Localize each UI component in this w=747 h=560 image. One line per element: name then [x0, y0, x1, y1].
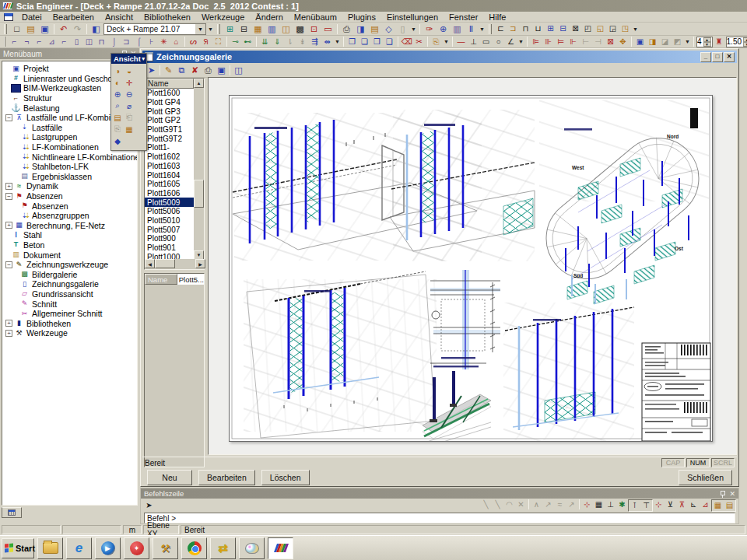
project-settings-button[interactable]: ⊞	[223, 23, 237, 35]
view-x-button[interactable]: ◑	[112, 65, 123, 76]
beam-tool-5[interactable]: ⊢	[580, 36, 591, 47]
tree-item-absenzen-group[interactable]: −Absenzen	[2, 191, 137, 201]
menu-bearbeiten[interactable]: Bearbeiten	[47, 12, 100, 22]
toolbar-grip[interactable]	[4, 24, 7, 34]
pin-icon[interactable]	[719, 490, 726, 498]
tree-item-stahlbeton-lfk[interactable]: Stahlbeton-LFK	[2, 162, 137, 172]
expand-box-icon[interactable]: +	[5, 183, 12, 190]
project-combobox[interactable]: Deck + Rampe 21.07 ▼	[103, 23, 206, 35]
view-y-button[interactable]: ◒	[124, 65, 135, 76]
dropdown-arrow-icon[interactable]: ▼	[632, 23, 639, 35]
open-file-button[interactable]: ▤	[24, 23, 37, 35]
tree-item-absenzen[interactable]: Absenzen	[2, 201, 137, 211]
tree-label[interactable]: Lastfälle	[32, 123, 62, 132]
snap-cancel-icon[interactable]: ✕	[515, 499, 527, 510]
menu-datei[interactable]: Datei	[16, 12, 47, 22]
scrollbar-thumb[interactable]	[155, 259, 175, 268]
taskbar-chrome-button[interactable]	[181, 537, 207, 559]
tree-label[interactable]: Nichtlineare LF-Kombinationen	[32, 152, 138, 162]
toolbar-grip[interactable]	[4, 37, 5, 47]
plot-list-item[interactable]: Plott1605	[145, 180, 194, 189]
export-plot-button[interactable]: ▣	[215, 65, 228, 76]
taskbar-paint-button[interactable]	[239, 537, 265, 559]
tree-label[interactable]: LF-Kombinationen	[32, 142, 99, 152]
snap-mid-icon[interactable]: ⊼	[676, 499, 688, 510]
collapse-box-icon[interactable]: −	[5, 193, 12, 200]
bearbeiten-button[interactable]: Bearbeiten	[198, 470, 255, 485]
plot-list-item[interactable]: Plott1604	[145, 170, 194, 180]
snap-panel-icon[interactable]: ▤	[724, 500, 735, 511]
undo-button[interactable]: ↶	[57, 23, 70, 35]
level-tool[interactable]: ♜	[714, 36, 725, 47]
view-z-button[interactable]: ◐	[112, 77, 123, 88]
view-window-3[interactable]: ❒	[371, 36, 383, 47]
tree-item-zeichnungsgalerie[interactable]: Zeichnungsgalerie	[2, 279, 137, 289]
window-e-button[interactable]: ◲	[607, 23, 619, 35]
tree-item-grundrissansicht[interactable]: Grundrissansicht	[2, 289, 137, 299]
tree-item-beton[interactable]: Beton	[2, 240, 137, 250]
menu-ansicht[interactable]: Ansicht	[100, 12, 139, 22]
tree-label[interactable]: Absenzen	[32, 201, 68, 211]
tree-label[interactable]: Bildergalerie	[32, 270, 77, 279]
taskbar-ie-button[interactable]: e	[66, 537, 92, 559]
zoom-in-button[interactable]: ⊕	[112, 89, 123, 100]
drawing-preview-area[interactable]: Nord West Ost Süd	[208, 77, 737, 455]
tree-item-werkzeuge[interactable]: +Werkzeuge	[2, 328, 137, 338]
taskbar-mediaplayer-button[interactable]: ▶	[95, 537, 121, 559]
plot-list-item[interactable]: Plott900	[145, 234, 194, 243]
window-c-button[interactable]: ◰	[582, 23, 594, 35]
menu-einstellungen[interactable]: Einstellungen	[381, 12, 444, 22]
plot-list-item[interactable]: Plott1600	[145, 89, 194, 98]
drawing-page[interactable]: Nord West Ost Süd	[229, 95, 713, 442]
snap-intersect-icon[interactable]: ⊻	[665, 499, 676, 510]
tree-label[interactable]: Struktur	[23, 93, 52, 103]
taskbar-explorer-button[interactable]	[37, 537, 63, 559]
menu-menuebaum[interactable]: Menübaum	[289, 12, 342, 22]
tree-label[interactable]: Zeichnungswerkzeuge	[26, 260, 108, 269]
member-tool-10[interactable]: ⊐	[121, 36, 132, 47]
table-results-button[interactable]: ▥	[451, 23, 464, 35]
window-layout-button[interactable]: ◧	[89, 23, 103, 35]
member-tool-5[interactable]: ⌐	[58, 36, 70, 47]
load-tool-5[interactable]: ⇶	[309, 36, 321, 47]
snap-arc-icon[interactable]: ◠	[503, 499, 515, 510]
plot-list-vertical-scrollbar[interactable]: ▲ ▼	[194, 79, 204, 260]
beam-tool-4[interactable]: ⊩	[567, 36, 579, 47]
axes-button[interactable]: ✛	[124, 77, 135, 88]
snap-line2-icon[interactable]: ╲	[492, 499, 503, 510]
dropdown-arrow-icon[interactable]: ▼	[684, 36, 691, 47]
tree-label[interactable]: BIM-Werkzeugkasten	[23, 83, 101, 93]
tree-label[interactable]: Absenzgruppen	[32, 211, 89, 220]
menu-fenster[interactable]: Fenster	[444, 12, 483, 22]
member-tool-14[interactable]: ⌂	[170, 36, 182, 47]
tree-label[interactable]: Absenzen	[26, 191, 63, 201]
curve-tool[interactable]: ᖆ	[200, 36, 212, 47]
clip-tool-1[interactable]: ◪	[659, 36, 671, 47]
spinner-arrows[interactable]: ▲▼	[703, 37, 711, 47]
beam-tool-6[interactable]: ⊣	[592, 36, 604, 47]
member-tool-2[interactable]: ¬	[21, 36, 33, 47]
tree-label[interactable]: Lastgruppen	[32, 132, 77, 142]
scrollbar-thumb[interactable]	[194, 180, 204, 208]
save-view-tool[interactable]: ▣	[634, 36, 646, 47]
tree-item-schnitt[interactable]: Schnitt	[2, 299, 137, 309]
save-button[interactable]: ▣	[38, 23, 51, 35]
snap-line-icon[interactable]: ╲	[480, 499, 492, 510]
tree-label[interactable]: Ergebnisklassen	[32, 172, 92, 181]
snap-diag-icon[interactable]: ↗	[566, 499, 577, 510]
plot-list-item-selected[interactable]: Plott5009	[145, 198, 194, 207]
mdi-document-icon[interactable]	[4, 13, 13, 21]
plot-list-item[interactable]: Plott5007	[145, 225, 194, 234]
view-window-1[interactable]: ❐	[346, 36, 358, 47]
scroll-left-icon[interactable]: ◀	[145, 259, 155, 268]
expand-box-icon[interactable]: +	[5, 320, 12, 327]
plot-list-header[interactable]: Name	[145, 79, 194, 89]
tree-item-allgemeiner-schnitt[interactable]: Allgemeiner Schnitt	[2, 309, 137, 319]
print-preview-button[interactable]: ◨	[354, 23, 367, 35]
spinner-arrows[interactable]: ▲▼	[743, 37, 747, 47]
property-value[interactable]: Plott5...	[177, 274, 204, 285]
taskbar-scia-button[interactable]	[268, 537, 293, 559]
zoom-all-button[interactable]: ⌀	[124, 100, 135, 111]
member-tool-9[interactable]: ⌡	[108, 36, 120, 47]
snap-node-icon[interactable]: ⊹	[653, 499, 665, 510]
